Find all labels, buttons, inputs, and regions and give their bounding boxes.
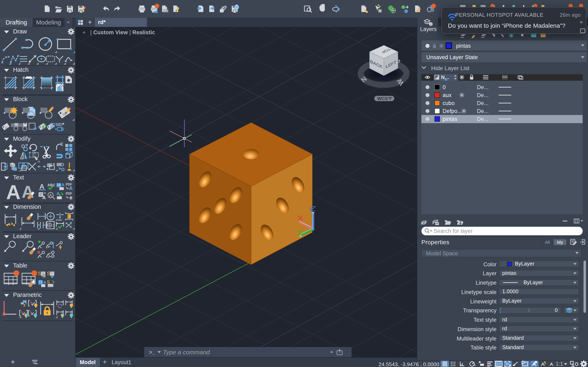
svg-text:0: 0 xyxy=(443,84,446,90)
svg-text:De...: De... xyxy=(477,108,489,114)
svg-text:.1: .1 xyxy=(52,224,55,227)
svg-text:Defpo...: Defpo... xyxy=(443,108,462,114)
svg-text:aux: aux xyxy=(443,92,452,98)
svg-text:De...: De... xyxy=(477,92,489,98)
svg-text:S: S xyxy=(38,270,42,276)
svg-text:S: S xyxy=(47,270,50,276)
svg-text:x: x xyxy=(70,220,72,225)
svg-text:A: A xyxy=(39,183,44,190)
svg-text:De...: De... xyxy=(477,84,489,90)
svg-text:A: A xyxy=(42,195,46,200)
svg-text:A: A xyxy=(49,193,52,198)
svg-text:A: A xyxy=(69,185,73,191)
svg-text:S: S xyxy=(47,279,50,284)
svg-text:A: A xyxy=(61,182,65,187)
svg-text:A: A xyxy=(43,280,46,285)
svg-text:De...: De... xyxy=(477,116,489,122)
svg-text:cubo: cubo xyxy=(443,100,455,106)
svg-text:pintas: pintas xyxy=(443,116,457,122)
svg-text:1:1: 1:1 xyxy=(556,360,563,367)
svg-text:ABC: ABC xyxy=(47,183,55,187)
svg-text:A: A xyxy=(6,181,21,203)
svg-text:PDF: PDF xyxy=(66,192,72,195)
svg-text:De...: De... xyxy=(477,100,489,106)
